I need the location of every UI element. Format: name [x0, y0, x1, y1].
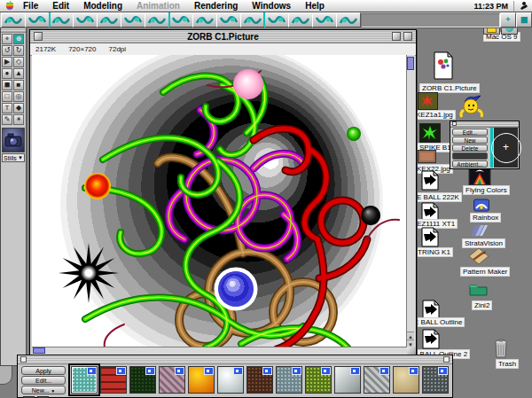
tool-9-button[interactable] — [192, 12, 217, 27]
tool-1-button[interactable] — [1, 12, 26, 27]
pattern-maker-label[interactable]: Pattern Maker — [460, 267, 510, 277]
light-tool[interactable]: ☀ — [13, 114, 24, 125]
texture-swatch-silver-grad[interactable] — [334, 366, 361, 394]
image-canvas[interactable] — [32, 55, 408, 348]
menu-clock[interactable]: 11:23 PM — [468, 2, 513, 11]
texture-swatch-brown-dirt[interactable] — [246, 366, 273, 394]
new-light-button[interactable]: New — [452, 137, 488, 144]
texture-swatch-grass[interactable] — [305, 366, 332, 394]
key-tool-button[interactable] — [312, 12, 337, 27]
menu-help[interactable]: Help — [298, 0, 332, 12]
cylinder-tool[interactable]: ◼ — [2, 80, 12, 90]
flying-colors-label[interactable]: Flying Colors — [463, 185, 510, 195]
texture-swatch-teal-stone[interactable] — [71, 366, 98, 394]
sphere-tool[interactable]: ● — [2, 68, 12, 79]
collapse-box[interactable] — [403, 32, 412, 41]
rotate-view-tool[interactable]: ↺ — [2, 45, 12, 56]
vertical-scroll-thumb[interactable] — [407, 57, 414, 70]
texture-swatch-beige-swirl[interactable] — [393, 366, 419, 394]
slide-tool[interactable]: ◇ — [13, 57, 24, 67]
menu-file[interactable]: File — [16, 0, 45, 12]
texture-swatch-silver-shine[interactable] — [217, 366, 244, 394]
tool-10-button[interactable] — [216, 12, 241, 27]
collapse-icon[interactable] — [443, 356, 450, 363]
texture-swatch-blue-stone[interactable] — [276, 366, 302, 394]
lights-palette-titlebar[interactable] — [450, 121, 519, 128]
horizontal-scrollbar[interactable] — [32, 347, 408, 355]
stills-dropdown[interactable]: Stills ▼ — [2, 153, 25, 162]
tool-4-button[interactable] — [73, 12, 98, 27]
pen-tool[interactable]: ✎ — [2, 114, 12, 125]
texture-swatch-green-camo[interactable] — [129, 366, 156, 394]
cube-tool[interactable]: ■ — [13, 80, 24, 90]
e-ball-222k-icon[interactable] — [420, 170, 440, 194]
move-tool[interactable]: ⊕ — [13, 34, 24, 44]
edit-light-button[interactable]: Edit... — [452, 129, 488, 136]
menu-windows[interactable]: Windows — [245, 0, 298, 12]
close-icon[interactable] — [452, 121, 457, 126]
texture-swatch-dark-stone[interactable] — [422, 366, 449, 394]
zini2-icon[interactable] — [469, 282, 488, 300]
toolbar-separator — [168, 12, 170, 27]
tool-11-button[interactable] — [240, 12, 265, 27]
menu-animation[interactable]: Animation — [129, 0, 187, 12]
magnify-tool[interactable]: ◎ — [13, 91, 24, 102]
application-menu-icon[interactable] — [513, 1, 532, 12]
tool-6-button[interactable] — [121, 12, 145, 27]
e-ball-222k-label[interactable]: E BALL 222K — [414, 192, 462, 202]
zorb-c1-picture-file-icon[interactable] — [432, 51, 455, 83]
horizontal-scroll-thumb[interactable] — [33, 347, 45, 354]
tool-3-button[interactable] — [49, 12, 74, 27]
spotlight-tool-button[interactable] — [336, 12, 361, 27]
grabber-hand-tool[interactable]: ⌖ — [2, 34, 12, 44]
add-button[interactable]: + — [500, 12, 516, 27]
desktop: { "menu_bar": { "clock": "11:23 PM", "it… — [0, 0, 532, 398]
apply-button[interactable]: Apply — [21, 366, 66, 375]
swatch-badge-icon — [116, 367, 126, 375]
orbit-view-tool[interactable]: ↻ — [13, 45, 24, 56]
menu-modeling[interactable]: Modeling — [76, 0, 129, 12]
delete-light-button[interactable]: Delete — [452, 144, 488, 152]
trash-label[interactable]: Trash — [496, 359, 519, 369]
tool-7-button[interactable] — [145, 12, 169, 27]
swatch-badge-icon — [175, 367, 184, 375]
texture-swatch-red-brick[interactable] — [100, 366, 127, 394]
tool-12-button[interactable] — [264, 12, 289, 27]
texture-swatch-fire[interactable] — [188, 366, 215, 394]
light-position-well[interactable]: + — [494, 128, 518, 168]
zini2-label[interactable]: Zini2 — [472, 300, 492, 310]
texture-palette-titlebar[interactable] — [18, 355, 452, 364]
window-titlebar[interactable]: ZORB C1.Picture — [30, 30, 416, 43]
edit-button[interactable]: Edit... — [21, 376, 66, 385]
zoom-box[interactable] — [392, 32, 401, 41]
apple-menu-icon[interactable] — [0, 0, 16, 12]
text-tool[interactable]: T — [2, 103, 12, 113]
vertical-scrollbar[interactable]: ▲ ▼ — [406, 55, 415, 348]
camera-render-button[interactable] — [2, 128, 25, 152]
polygon-tool[interactable]: ◆ — [13, 103, 24, 113]
texture-swatch-gray-streak[interactable] — [364, 366, 390, 394]
e-ball-outline-label[interactable]: E BALL Outline — [411, 317, 465, 327]
texture-palette: Apply Edit... New... ▼ — [17, 355, 453, 398]
rainbox-label[interactable]: Rainbox — [470, 213, 501, 222]
texture-swatch-mauve-weave[interactable] — [159, 366, 185, 394]
menu-rendering[interactable]: Rendering — [187, 0, 245, 12]
menu-edit[interactable]: Edit — [45, 0, 76, 12]
lock-tool-button[interactable] — [288, 12, 313, 27]
kez1a1-jpg-label[interactable]: KEZ1a1.jpg — [413, 110, 456, 120]
tool-8-button[interactable] — [168, 12, 193, 27]
tool-palette: ⌖⊕↺↻▶◇●▲◼■□◎T◆✎☀ Stills ▼ — [0, 27, 27, 366]
grid-button[interactable]: ▦ — [516, 12, 532, 27]
new-button[interactable]: New... ▼ — [21, 386, 66, 394]
tring-k1-label[interactable]: TRING K1 — [415, 247, 453, 257]
pressed-light-button[interactable] — [452, 152, 488, 160]
select-arrow-tool[interactable]: ▶ — [2, 57, 12, 67]
menu-bar: FileEditModelingAnimationRenderingWindow… — [0, 0, 532, 12]
tool-2-button[interactable] — [25, 12, 50, 27]
cone-tool[interactable]: ▲ — [13, 68, 24, 79]
rectangle-tool[interactable]: □ — [2, 91, 12, 102]
close-icon[interactable] — [20, 356, 27, 363]
close-box[interactable] — [34, 32, 43, 41]
ambient-light-button[interactable]: Ambient... — [452, 160, 488, 168]
tool-5-button[interactable] — [97, 12, 121, 27]
